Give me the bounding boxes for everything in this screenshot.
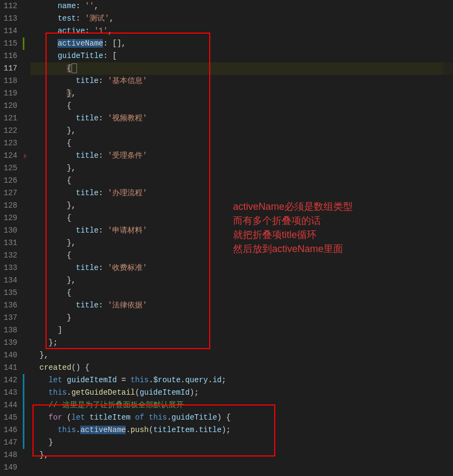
property-key: title [76, 151, 99, 160]
line-number[interactable]: 115 [0, 37, 17, 50]
code-line[interactable]: title: '收费标准' [30, 262, 453, 274]
line-number[interactable]: 121 [0, 112, 17, 125]
code-line[interactable]: // 这里是为了让折叠面板全部默认展开 [30, 399, 453, 411]
line-number[interactable]: 141 [0, 362, 17, 374]
line-number[interactable]: 144 [0, 399, 17, 411]
line-number[interactable]: 148 [0, 449, 17, 461]
line-number[interactable]: 138 [0, 324, 17, 337]
code-line[interactable]: this.activeName.push(titleItem.title); [30, 424, 453, 436]
line-number[interactable]: 119 [0, 87, 17, 100]
line-number[interactable]: 132 [0, 249, 17, 262]
property: $route [153, 376, 180, 384]
code-line[interactable]: active: '1', [30, 25, 453, 37]
code-line[interactable]: title: '受理条件' [30, 150, 453, 162]
code-line[interactable]: { [30, 212, 453, 224]
code-line[interactable]: test: '测试', [30, 12, 453, 25]
line-number[interactable]: 142 [0, 374, 17, 387]
line-number[interactable]: 118 [0, 75, 17, 87]
property-key: title [76, 226, 99, 235]
code-line[interactable]: { [30, 287, 453, 299]
line-number[interactable]: 127 [0, 187, 17, 200]
code-line[interactable]: { [30, 175, 453, 187]
line-number[interactable]: 120 [0, 100, 17, 112]
code-line[interactable]: }, [30, 349, 453, 362]
string-literal: '视频教程' [108, 114, 147, 123]
line-number[interactable]: 130 [0, 224, 17, 237]
code-line[interactable]: title: '法律依据' [30, 299, 453, 312]
line-number[interactable]: 124 [0, 150, 17, 162]
code-line[interactable]: title: '视频教程' [30, 112, 453, 125]
code-line[interactable]: title: '申请材料' [30, 224, 453, 237]
code-line[interactable]: }, [30, 162, 453, 175]
string-literal: '基本信息' [108, 76, 147, 85]
line-number[interactable]: 117 [0, 62, 17, 75]
code-line[interactable]: created() { [30, 362, 453, 374]
line-number[interactable]: 126 [0, 175, 17, 187]
line-number[interactable]: 137 [0, 312, 17, 324]
this-keyword: this [149, 413, 167, 422]
line-number[interactable]: 123 [0, 137, 17, 150]
code-line[interactable]: }, [30, 237, 453, 249]
line-number[interactable]: 134 [0, 274, 17, 287]
code-line[interactable]: let guideItemId = this.$route.query.id; [30, 374, 453, 387]
string-literal: '办理流程' [108, 189, 147, 197]
line-number[interactable]: 112 [0, 0, 17, 12]
code-line[interactable]: title: '办理流程' [30, 187, 453, 200]
line-number[interactable]: 128 [0, 200, 17, 212]
line-number[interactable]: 136 [0, 299, 17, 312]
line-number[interactable]: 147 [0, 436, 17, 449]
code-line[interactable]: for (let titleItem of this.guideTitle) { [30, 411, 453, 424]
string-literal: '收费标准' [108, 263, 147, 272]
code-line[interactable]: { [30, 62, 453, 75]
code-line[interactable]: guideTitle: [ [30, 50, 453, 62]
code-line[interactable]: { [30, 137, 453, 150]
line-number[interactable]: 131 [0, 237, 17, 249]
code-line[interactable]: }, [30, 87, 453, 100]
line-number[interactable]: 149 [0, 461, 17, 474]
property-selected: activeName [80, 426, 126, 434]
code-editor[interactable]: 112 113 114 115 116 117 118 119 120 121 … [0, 0, 453, 476]
keyword: let [72, 413, 85, 422]
line-number[interactable]: 139 [0, 337, 17, 349]
code-line[interactable]: { [30, 249, 453, 262]
code-area[interactable]: name: '', test: '测试', active: '1', activ… [26, 0, 453, 476]
line-number[interactable]: 122 [0, 125, 17, 137]
this-keyword: this [57, 426, 76, 434]
line-number-gutter[interactable]: 112 113 114 115 116 117 118 119 120 121 … [0, 0, 23, 476]
line-number[interactable]: 129 [0, 212, 17, 224]
code-line[interactable]: title: '基本信息' [30, 75, 453, 87]
string-literal: '' [85, 2, 94, 10]
code-line[interactable]: name: '', [30, 0, 453, 12]
property-key: active [57, 27, 85, 35]
code-line[interactable]: }, [30, 449, 453, 461]
code-line[interactable]: } [30, 436, 453, 449]
line-number[interactable]: 125 [0, 162, 17, 175]
variable: guideItemId [67, 376, 117, 384]
code-line[interactable]: }; [30, 337, 453, 349]
code-line[interactable]: }, [30, 200, 453, 212]
git-modified-marker [23, 374, 24, 449]
line-number[interactable]: 140 [0, 349, 17, 362]
variable: titleItem [89, 413, 131, 422]
line-number[interactable]: 143 [0, 387, 17, 399]
string-literal: '申请材料' [108, 226, 147, 235]
code-line[interactable]: this.getGuideDetail(guideItemId); [30, 387, 453, 399]
string-literal: '测试' [85, 14, 109, 23]
array-literal: [] [112, 39, 121, 48]
code-line[interactable]: } [30, 312, 453, 324]
minimap[interactable] [443, 0, 453, 476]
line-number[interactable]: 146 [0, 424, 17, 436]
code-line[interactable]: ] [30, 324, 453, 337]
line-number[interactable]: 116 [0, 50, 17, 62]
code-line[interactable]: { [30, 100, 453, 112]
code-line[interactable]: }, [30, 125, 453, 137]
line-number[interactable]: 145 [0, 411, 17, 424]
code-line[interactable]: activeName: [], [30, 37, 453, 50]
code-line[interactable] [30, 461, 453, 474]
property-key: title [76, 301, 99, 310]
line-number[interactable]: 133 [0, 262, 17, 274]
line-number[interactable]: 135 [0, 287, 17, 299]
line-number[interactable]: 114 [0, 25, 17, 37]
code-line[interactable]: }, [30, 274, 453, 287]
line-number[interactable]: 113 [0, 12, 17, 25]
